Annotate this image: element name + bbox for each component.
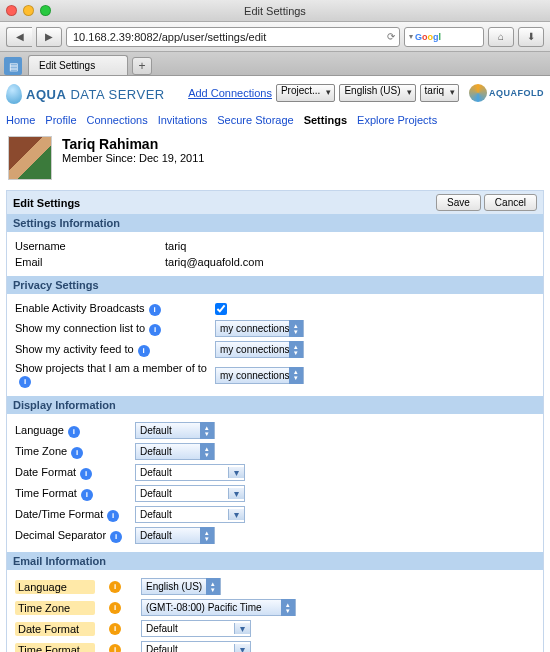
select-control[interactable]: Default▴▾ xyxy=(135,443,215,460)
bookmarks-icon[interactable]: ▤ xyxy=(4,57,22,75)
brand-logo: AQUA DATA SERVER xyxy=(6,80,165,104)
save-button-top[interactable]: Save xyxy=(436,194,481,211)
email-label: Language xyxy=(18,581,67,593)
combo-control[interactable]: Default▾ xyxy=(141,620,251,637)
email-label: Email xyxy=(15,256,165,268)
user-select[interactable]: tariq xyxy=(420,84,459,102)
email-label: Time Format xyxy=(18,644,80,653)
privacy-label: Show projects that I am a member of to xyxy=(15,362,207,374)
email-value: tariq@aquafold.com xyxy=(165,256,264,268)
chevron-down-icon: ▾ xyxy=(228,509,244,520)
window-title: Edit Settings xyxy=(0,5,550,17)
browser-toolbar: ◀ ▶ 10.168.2.39:8082/app/user/settings/e… xyxy=(0,22,550,52)
combo-control[interactable]: Default▾ xyxy=(135,464,245,481)
display-label: Time Format xyxy=(15,487,77,499)
select-arrows-icon: ▴▾ xyxy=(289,341,303,358)
chevron-down-icon: ▾ xyxy=(234,623,250,634)
chevron-down-icon: ▾ xyxy=(228,488,244,499)
search-dropdown-icon[interactable]: ▾ xyxy=(409,32,413,41)
back-button[interactable]: ◀ xyxy=(6,27,32,47)
email-header: Email Information xyxy=(7,552,543,570)
home-button[interactable]: ⌂ xyxy=(488,27,514,47)
nav-secure-storage[interactable]: Secure Storage xyxy=(217,114,293,126)
info-icon[interactable]: i xyxy=(149,304,161,316)
nav-profile[interactable]: Profile xyxy=(45,114,76,126)
avatar xyxy=(8,136,52,180)
info-icon[interactable]: i xyxy=(109,623,121,635)
select-arrows-icon: ▴▾ xyxy=(200,443,214,460)
aquafold-logo: AQUAFOLD xyxy=(469,84,544,102)
privacy-label: Show my connection list to xyxy=(15,322,145,334)
select-control[interactable]: Default▴▾ xyxy=(135,422,215,439)
search-bar[interactable]: ▾ Googl xyxy=(404,27,484,47)
info-icon[interactable]: i xyxy=(149,324,161,336)
tab-label: Edit Settings xyxy=(39,60,95,71)
nav-settings[interactable]: Settings xyxy=(304,114,347,126)
profile-name: Tariq Rahiman xyxy=(62,136,204,152)
combo-control[interactable]: Default▾ xyxy=(141,641,251,652)
add-connections-link[interactable]: Add Connections xyxy=(188,87,272,99)
display-label: Time Zone xyxy=(15,445,67,457)
username-value: tariq xyxy=(165,240,186,252)
info-icon[interactable]: i xyxy=(80,468,92,480)
info-icon[interactable]: i xyxy=(110,531,122,543)
privacy-label: Show my activity feed to xyxy=(15,343,134,355)
info-icon[interactable]: i xyxy=(81,489,93,501)
main-nav: HomeProfileConnectionsInvitationsSecure … xyxy=(6,110,544,130)
select-arrows-icon: ▴▾ xyxy=(289,320,303,337)
select-arrows-icon: ▴▾ xyxy=(281,599,295,616)
url-text: 10.168.2.39:8082/app/user/settings/edit xyxy=(73,31,266,43)
privacy-label: Enable Activity Broadcasts xyxy=(15,302,145,314)
display-label: Date/Time Format xyxy=(15,508,103,520)
select-control[interactable]: my connections▴▾ xyxy=(215,367,304,384)
info-icon[interactable]: i xyxy=(71,447,83,459)
select-control[interactable]: English (US)▴▾ xyxy=(141,578,221,595)
download-button[interactable]: ⬇ xyxy=(518,27,544,47)
nav-home[interactable]: Home xyxy=(6,114,35,126)
select-arrows-icon: ▴▾ xyxy=(200,527,214,544)
aquafold-icon xyxy=(469,84,487,102)
display-label: Language xyxy=(15,424,64,436)
email-label: Date Format xyxy=(18,623,79,635)
nav-invitations[interactable]: Invitations xyxy=(158,114,208,126)
info-icon[interactable]: i xyxy=(19,376,31,388)
select-control[interactable]: Default▴▾ xyxy=(135,527,215,544)
url-bar[interactable]: 10.168.2.39:8082/app/user/settings/edit … xyxy=(66,27,400,47)
forward-button[interactable]: ▶ xyxy=(36,27,62,47)
info-icon[interactable]: i xyxy=(109,644,121,653)
chevron-down-icon: ▾ xyxy=(228,467,244,478)
select-arrows-icon: ▴▾ xyxy=(289,367,303,384)
window-titlebar: Edit Settings xyxy=(0,0,550,22)
select-arrows-icon: ▴▾ xyxy=(206,578,220,595)
email-label: Time Zone xyxy=(18,602,70,614)
select-arrows-icon: ▴▾ xyxy=(200,422,214,439)
tab-bar: ▤ Edit Settings + xyxy=(0,52,550,76)
display-label: Date Format xyxy=(15,466,76,478)
cancel-button-top[interactable]: Cancel xyxy=(484,194,537,211)
new-tab-button[interactable]: + xyxy=(132,57,152,75)
username-label: Username xyxy=(15,240,165,252)
info-icon[interactable]: i xyxy=(109,602,121,614)
info-icon[interactable]: i xyxy=(68,426,80,438)
edit-settings-title: Edit Settings xyxy=(13,197,80,209)
project-select[interactable]: Project... xyxy=(276,84,335,102)
google-logo: Googl xyxy=(415,32,441,42)
nav-connections[interactable]: Connections xyxy=(87,114,148,126)
combo-control[interactable]: Default▾ xyxy=(135,506,245,523)
select-control[interactable]: (GMT:-08:00) Pacific Time▴▾ xyxy=(141,599,296,616)
chevron-down-icon: ▾ xyxy=(234,644,250,652)
info-icon[interactable]: i xyxy=(107,510,119,522)
select-control[interactable]: my connections▴▾ xyxy=(215,320,304,337)
nav-explore-projects[interactable]: Explore Projects xyxy=(357,114,437,126)
info-icon[interactable]: i xyxy=(138,345,150,357)
display-label: Decimal Separator xyxy=(15,529,106,541)
checkbox-control[interactable] xyxy=(215,303,227,315)
combo-control[interactable]: Default▾ xyxy=(135,485,245,502)
select-control[interactable]: my connections▴▾ xyxy=(215,341,304,358)
brand-icon xyxy=(6,84,22,104)
browser-tab[interactable]: Edit Settings xyxy=(28,55,128,75)
reload-icon[interactable]: ⟳ xyxy=(387,31,395,42)
display-header: Display Information xyxy=(7,396,543,414)
info-icon[interactable]: i xyxy=(109,581,121,593)
language-select[interactable]: English (US) xyxy=(339,84,415,102)
